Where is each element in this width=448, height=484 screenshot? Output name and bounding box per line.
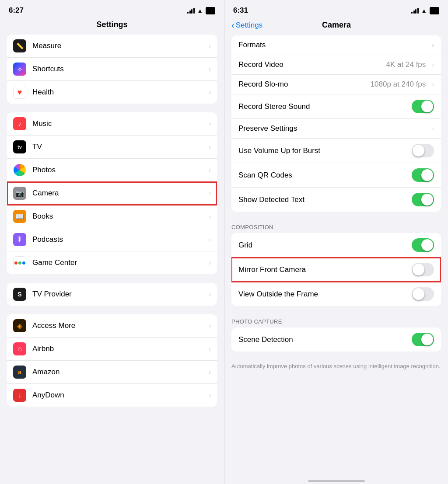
tv-chevron: › bbox=[209, 143, 211, 150]
settings-item-camera[interactable]: 📷 Camera › bbox=[7, 182, 217, 205]
settings-item-tvprovider[interactable]: S TV Provider › bbox=[7, 283, 217, 306]
podcasts-chevron: › bbox=[209, 236, 211, 243]
camera-item-record-slo-mo[interactable]: Record Slo-mo 1080p at 240 fps › bbox=[231, 75, 441, 94]
camera-item-view-outside[interactable]: View Outside the Frame bbox=[231, 282, 441, 306]
scene-detection-toggle[interactable] bbox=[412, 333, 434, 346]
toggle-knob bbox=[421, 334, 433, 345]
preserve-label: Preserve Settings bbox=[238, 124, 297, 133]
scene-detection-label: Scene Detection bbox=[238, 335, 293, 344]
record-video-chevron: › bbox=[432, 61, 434, 68]
camera-item-mirror-front[interactable]: Mirror Front Camera bbox=[231, 258, 441, 282]
photo-capture-section: PHOTO CAPTURE Scene Detection Automatica… bbox=[224, 315, 448, 374]
record-stereo-toggle[interactable] bbox=[412, 100, 434, 113]
settings-item-podcasts[interactable]: 🎙 Podcasts › bbox=[7, 228, 217, 251]
amazon-icon: a bbox=[13, 366, 26, 379]
gamecenter-label: Game Center bbox=[32, 258, 206, 267]
camera-item-record-video[interactable]: Record Video 4K at 24 fps › bbox=[231, 55, 441, 75]
books-chevron: › bbox=[209, 213, 211, 220]
home-indicator bbox=[308, 480, 365, 482]
tvprovider-label: TV Provider bbox=[32, 290, 206, 299]
toggle-knob bbox=[421, 239, 433, 251]
airbnb-chevron: › bbox=[209, 345, 211, 352]
mirror-front-toggle[interactable] bbox=[412, 263, 434, 276]
scan-qr-toggle[interactable] bbox=[412, 168, 434, 182]
camera-item-grid[interactable]: Grid bbox=[231, 233, 441, 258]
settings-item-gamecenter[interactable]: Game Center › bbox=[7, 251, 217, 274]
record-video-label: Record Video bbox=[238, 60, 284, 69]
podcasts-icon: 🎙 bbox=[13, 233, 26, 246]
camera-nav-title: Camera bbox=[262, 21, 410, 30]
mirror-front-label: Mirror Front Camera bbox=[238, 265, 306, 274]
tv-icon: tv bbox=[13, 140, 26, 153]
settings-item-amazon[interactable]: a Amazon › bbox=[7, 361, 217, 384]
accessmore-label: Access More bbox=[32, 321, 206, 330]
gamecenter-chevron: › bbox=[209, 259, 211, 266]
grid-toggle[interactable] bbox=[412, 238, 434, 252]
toggle-knob bbox=[413, 264, 424, 275]
photos-chevron: › bbox=[209, 167, 211, 174]
settings-group-2: ♪ Music › tv TV › Photos › bbox=[7, 112, 217, 274]
amazon-chevron: › bbox=[209, 369, 211, 376]
health-label: Health bbox=[32, 88, 206, 97]
formats-label: Formats bbox=[238, 41, 266, 49]
back-chevron-icon: ‹ bbox=[231, 20, 234, 30]
settings-item-shortcuts[interactable]: ⟡ Shortcuts › bbox=[7, 58, 217, 81]
airbnb-icon: ⌂ bbox=[13, 342, 26, 355]
left-battery: 46 bbox=[206, 7, 215, 14]
right-battery: 44 bbox=[430, 7, 439, 14]
accessmore-icon: ◈ bbox=[13, 319, 26, 332]
settings-item-health[interactable]: ♥ Health › bbox=[7, 81, 217, 104]
toggle-knob bbox=[413, 288, 424, 300]
view-outside-label: View Outside the Frame bbox=[238, 290, 318, 299]
camera-label: Camera bbox=[32, 189, 206, 198]
left-time: 6:27 bbox=[9, 6, 24, 15]
settings-item-accessmore[interactable]: ◈ Access More › bbox=[7, 314, 217, 338]
view-outside-toggle[interactable] bbox=[412, 287, 434, 301]
settings-item-photos[interactable]: Photos › bbox=[7, 159, 217, 182]
settings-item-books[interactable]: 📖 Books › bbox=[7, 205, 217, 228]
left-status-bar: 6:27 ▲ 46 bbox=[0, 0, 224, 18]
scan-qr-label: Scan QR Codes bbox=[238, 171, 292, 180]
settings-item-anydown[interactable]: ↓ AnyDown › bbox=[7, 384, 217, 407]
camera-settings-list: Formats › Record Video 4K at 24 fps › Re… bbox=[224, 35, 448, 477]
settings-group-1: 📏 Measure › ⟡ Shortcuts › ♥ Health › bbox=[7, 35, 217, 104]
settings-item-airbnb[interactable]: ⌂ Airbnb › bbox=[7, 338, 217, 361]
preserve-chevron: › bbox=[432, 125, 434, 132]
right-phone-panel: 6:31 ▲ 44 ‹ Settings Camera Formats › bbox=[224, 0, 448, 484]
settings-item-tv[interactable]: tv TV › bbox=[7, 136, 217, 159]
record-video-value: 4K at 24 fps bbox=[386, 60, 426, 69]
camera-item-preserve[interactable]: Preserve Settings › bbox=[231, 119, 441, 139]
music-icon: ♪ bbox=[13, 117, 26, 130]
toggle-knob bbox=[421, 101, 433, 112]
record-slo-mo-label: Record Slo-mo bbox=[238, 80, 288, 89]
composition-section: COMPOSITION Grid Mirror Front Camera Vie… bbox=[224, 220, 448, 306]
grid-label: Grid bbox=[238, 241, 252, 250]
camera-item-show-text[interactable]: Show Detected Text bbox=[231, 188, 441, 212]
camera-item-formats[interactable]: Formats › bbox=[231, 35, 441, 55]
right-time: 6:31 bbox=[233, 6, 248, 15]
camera-item-scene-detection[interactable]: Scene Detection bbox=[231, 327, 441, 352]
show-text-label: Show Detected Text bbox=[238, 195, 304, 204]
camera-group-1: Formats › Record Video 4K at 24 fps › Re… bbox=[231, 35, 441, 212]
shortcuts-icon: ⟡ bbox=[13, 63, 26, 76]
airbnb-label: Airbnb bbox=[32, 345, 206, 353]
camera-item-record-stereo[interactable]: Record Stereo Sound bbox=[231, 94, 441, 119]
camera-chevron: › bbox=[209, 190, 211, 197]
record-stereo-label: Record Stereo Sound bbox=[238, 102, 310, 111]
tvprovider-chevron: › bbox=[209, 291, 211, 298]
back-button[interactable]: ‹ Settings bbox=[231, 20, 262, 30]
right-signal-icon bbox=[411, 7, 419, 14]
settings-item-music[interactable]: ♪ Music › bbox=[7, 112, 217, 136]
photos-label: Photos bbox=[32, 166, 206, 174]
back-label: Settings bbox=[236, 21, 262, 30]
right-wifi-icon: ▲ bbox=[421, 7, 427, 14]
settings-item-measure[interactable]: 📏 Measure › bbox=[7, 35, 217, 58]
signal-icon bbox=[187, 7, 195, 14]
camera-item-scan-qr[interactable]: Scan QR Codes bbox=[231, 163, 441, 188]
camera-item-volume-burst[interactable]: Use Volume Up for Burst bbox=[231, 139, 441, 163]
volume-burst-toggle[interactable] bbox=[412, 144, 434, 157]
measure-label: Measure bbox=[32, 42, 206, 50]
show-text-toggle[interactable] bbox=[412, 193, 434, 206]
measure-chevron: › bbox=[209, 42, 211, 49]
podcasts-label: Podcasts bbox=[32, 235, 206, 244]
